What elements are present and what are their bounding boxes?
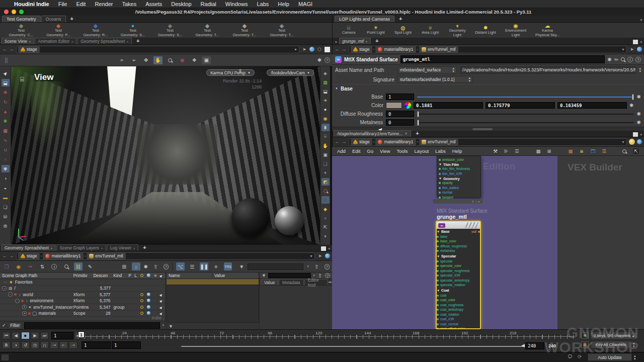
snap-point-icon[interactable]: ∪ xyxy=(2,146,10,153)
attr-funnel-icon[interactable]: ▼ xyxy=(169,324,173,329)
col-visibility-icon[interactable] xyxy=(140,274,143,277)
net-search-icon[interactable] xyxy=(622,149,626,153)
background-image-icon[interactable]: ❏ xyxy=(321,160,330,167)
channel-scope-icon[interactable]: ✱ xyxy=(581,332,589,339)
menu-labs[interactable]: Labs xyxy=(257,1,269,7)
frame-ruler[interactable]: 24 48 72 96 120 144 168 192 216 1 xyxy=(78,331,574,341)
keyframe-icon[interactable]: ▦ xyxy=(581,341,589,348)
param-help-icon[interactable]: ? xyxy=(635,57,641,62)
filter-dd-icon[interactable]: ▾ xyxy=(307,264,309,268)
shelf-tool-geometry-light[interactable]: ♦GeometryLight xyxy=(444,23,470,37)
net-grid-icon[interactable]: ▦ xyxy=(536,148,541,154)
spreadsheet-path[interactable]: stage› materiallibrary1› envTunnel_mtl ▼ xyxy=(16,252,315,260)
render-region-icon[interactable]: ◉ xyxy=(178,56,187,64)
hand-adjust-icon[interactable]: ✋ xyxy=(321,142,330,149)
render-image[interactable]: ⌸ View Karma CPU Persp▼ /lookdev/ldevCam… xyxy=(11,66,320,245)
base-slider[interactable] xyxy=(417,97,634,98)
tab-value[interactable]: Value xyxy=(261,279,278,285)
stop-button[interactable]: ■ xyxy=(21,332,30,339)
base-slider-handle[interactable] xyxy=(632,94,634,100)
param-forward-icon[interactable]: → xyxy=(342,47,347,52)
display-grid-icon[interactable]: ▦ xyxy=(321,78,330,86)
material-preview-icon[interactable]: ◉ xyxy=(321,115,330,122)
key-all-channels-button[interactable]: Key All Channels xyxy=(591,341,631,348)
tab-metadata[interactable]: Metadata xyxy=(279,279,303,285)
metalness-gear-icon[interactable]: ✱ xyxy=(637,120,641,125)
app-menu[interactable]: Houdini Indie xyxy=(14,1,49,7)
net-menu-view[interactable]: View xyxy=(380,148,390,154)
jump-end-button[interactable]: ⏭ xyxy=(40,332,49,339)
shelf-tool-testgeom-5[interactable]: ◆TestGeometry: S... xyxy=(152,23,188,37)
ss-forward-icon[interactable]: → xyxy=(9,253,14,258)
zoom-window-button[interactable] xyxy=(19,10,24,14)
ss-link-orb-icon[interactable] xyxy=(325,253,330,258)
col-primitive[interactable]: Primitiv xyxy=(73,273,94,278)
shelf-tool-testgeom-6[interactable]: ◆TestGeometry: T... xyxy=(189,23,225,37)
drag-handle-icon[interactable]: ⣿ xyxy=(2,56,11,64)
camera-view-icon[interactable]: ⌹ xyxy=(321,133,330,140)
range-lock-right-icon[interactable]: ⇥ xyxy=(69,341,77,349)
scale-handle-icon[interactable]: ▲ xyxy=(2,108,10,115)
tab-scene-view[interactable]: Scene View▾ xyxy=(1,38,34,44)
tree-row-root[interactable]: −◍/ 5,377 xyxy=(0,286,166,292)
display-lock-icon[interactable]: ⬓ xyxy=(321,87,330,95)
tab-geometry-spreadsheet-top[interactable]: Geometry Spreadsheet▾ xyxy=(77,38,132,44)
select-components-icon[interactable]: ➢ xyxy=(129,56,138,64)
menu-windows[interactable]: Windows xyxy=(225,1,248,7)
menu-takes[interactable]: Takes xyxy=(122,1,136,7)
scene-viewport[interactable]: ▶ ⬓ ✥ ↻ ▲ ❋ ▦ ∿ ∪ ∩ ✾ ◑ ◒ ▬ ❏ ⛁ ⛃ xyxy=(0,66,332,245)
param-path[interactable]: stage› materiallibrary1› envTunnel_mtl ▼ xyxy=(349,46,627,53)
color-b-field[interactable]: 0.163459 xyxy=(557,102,627,109)
network-path[interactable]: stage› materiallibrary1› envTunnel_mtl ▼ xyxy=(349,138,627,146)
menu-help[interactable]: Help xyxy=(278,1,289,7)
filter-checkbox[interactable]: ✓ xyxy=(2,323,6,328)
param-back-icon[interactable]: ← xyxy=(335,47,340,52)
shelf-tool-spot-light[interactable]: ◍Spot Light xyxy=(390,25,416,35)
nav-forward-icon[interactable]: → xyxy=(9,47,14,52)
ss-export-icon[interactable]: ⇧ xyxy=(151,262,160,270)
playbar-display-icon[interactable]: |''| xyxy=(40,341,49,349)
list-view-icon[interactable]: ☰ xyxy=(188,262,197,270)
selected-attribute-row[interactable] xyxy=(167,279,259,285)
shelf-tool-testgeom-3[interactable]: ◆TestGeometry: R... xyxy=(77,23,114,37)
shelf-tool-testgeom-4[interactable]: ●TestGeometry: S... xyxy=(115,23,151,37)
prim-glove-icon[interactable]: ✑ xyxy=(26,262,35,270)
layout-brush-icon[interactable]: ▬ xyxy=(2,194,10,201)
filter-input[interactable] xyxy=(248,263,303,270)
net-list-icon[interactable]: ☰ xyxy=(515,148,519,154)
auto-update-dropdown[interactable]: Auto Update xyxy=(588,353,632,361)
col-star-icon[interactable]: ★ xyxy=(153,273,159,278)
add-network-tab-button[interactable]: + xyxy=(412,130,423,137)
net-link-orb-icon[interactable] xyxy=(637,139,642,144)
path-dropdown-icon[interactable]: ▼ xyxy=(294,48,297,51)
pin-icon[interactable]: ➤ xyxy=(301,47,307,52)
view-tool-icon[interactable]: ✋ xyxy=(153,56,163,64)
tab-scroll-left-icon[interactable]: ◂ xyxy=(328,280,330,284)
range-end-field[interactable]: 240 xyxy=(525,342,544,349)
menu-assets[interactable]: Assets xyxy=(145,1,162,7)
asset-name-dropdown[interactable]: mtlxstandard_surface▴▾ xyxy=(397,66,457,74)
tab-animation-editor[interactable]: Animation Editor▾ xyxy=(35,38,76,44)
signature-dropdown[interactable]: surfacesurfaceshader (1.0.1)▴▾ xyxy=(397,76,473,83)
key-all-spinner[interactable]: ▴▾ xyxy=(633,342,635,347)
tab-editor-node[interactable]: Editor Nod xyxy=(304,279,328,285)
viewport-gear-icon[interactable]: ✱ xyxy=(317,57,321,63)
prune-tool-icon[interactable]: ⛃ xyxy=(2,222,10,230)
diffuse-roughness-slider[interactable] xyxy=(417,114,634,115)
menu-desktop[interactable]: Desktop xyxy=(171,1,191,7)
net-snapshot-orb-icon[interactable] xyxy=(629,139,635,145)
range-start-field[interactable]: 1 xyxy=(82,341,111,349)
search-scene-icon[interactable] xyxy=(62,262,70,270)
tree-filter-dd-icon[interactable]: ▾ xyxy=(162,323,164,327)
shelf-tool-camera[interactable]: ⌸Camera xyxy=(336,25,362,35)
color-swatch[interactable] xyxy=(386,102,402,109)
col-kind[interactable]: Kind xyxy=(113,273,128,278)
scatter-tool-icon[interactable]: ❏ xyxy=(2,203,10,211)
close-window-button[interactable] xyxy=(4,10,9,14)
playhead-marker[interactable]: 1 xyxy=(78,331,85,338)
auto-update-spinner[interactable]: ▴▾ xyxy=(634,354,636,360)
asset-path-field[interactable]: /Applications/Houdini/Houdini20.5.323/Fr… xyxy=(460,66,636,74)
grunge-mtl-node[interactable]: ∞ ▼Baseout base base_color diffuse_rough… xyxy=(436,221,481,329)
set-key-icon[interactable]: ⊸ xyxy=(50,341,58,349)
link-selection-icon[interactable]: ⛓ xyxy=(74,262,83,270)
